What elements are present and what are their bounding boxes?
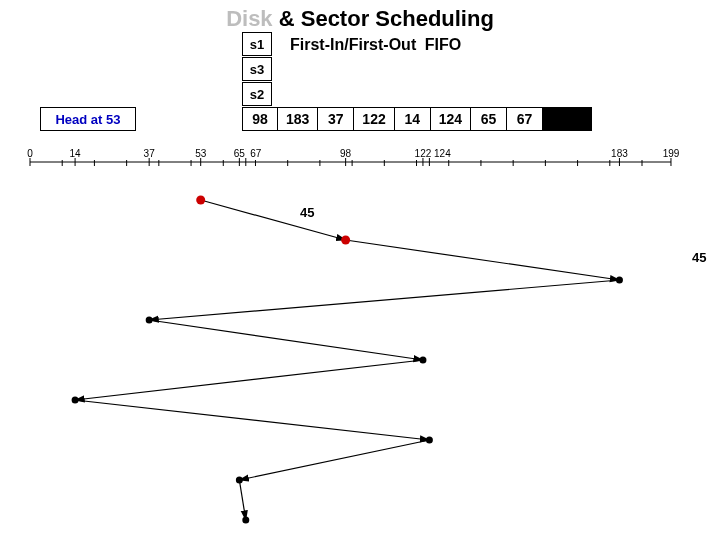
svg-point-42 <box>146 317 153 324</box>
svg-line-34 <box>149 320 423 360</box>
seek-path-chart <box>0 0 720 540</box>
svg-line-38 <box>239 480 245 520</box>
svg-line-37 <box>239 440 429 480</box>
svg-line-31 <box>201 200 346 240</box>
svg-line-32 <box>346 240 620 280</box>
svg-point-40 <box>341 236 350 245</box>
svg-point-39 <box>196 196 205 205</box>
svg-point-44 <box>72 397 79 404</box>
svg-line-35 <box>75 360 423 400</box>
svg-point-47 <box>242 517 249 524</box>
svg-point-45 <box>426 437 433 444</box>
svg-point-43 <box>419 357 426 364</box>
svg-line-36 <box>75 400 429 440</box>
svg-point-41 <box>616 277 623 284</box>
svg-point-46 <box>236 477 243 484</box>
svg-line-33 <box>149 280 619 320</box>
